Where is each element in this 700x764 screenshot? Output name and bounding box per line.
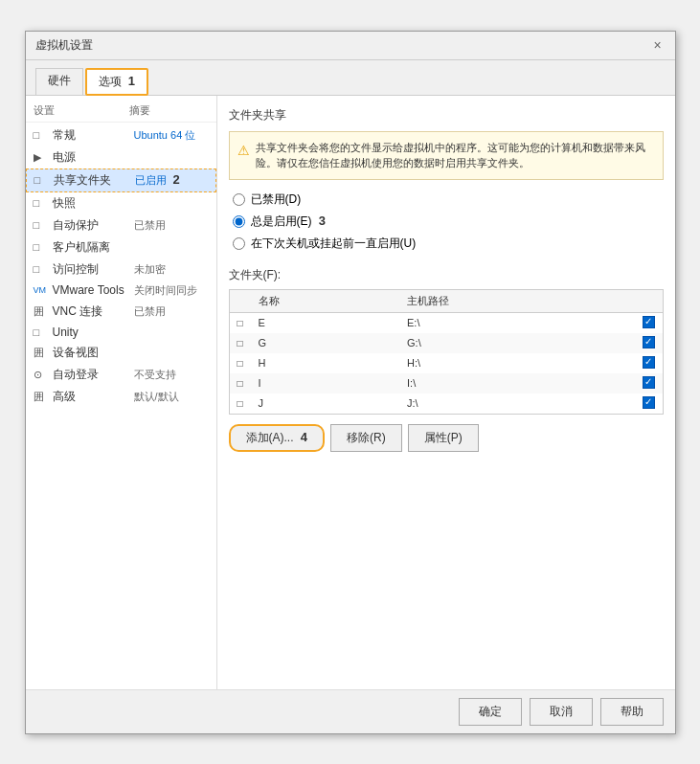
tab-badge-1: 1 bbox=[128, 74, 135, 88]
row-i-icon: □ bbox=[229, 373, 251, 393]
radio-until-poweroff-input[interactable] bbox=[233, 237, 245, 250]
unity-icon: □ bbox=[34, 326, 49, 338]
tab-options[interactable]: 选项 1 bbox=[85, 68, 149, 96]
access-control-summary: 未加密 bbox=[134, 262, 209, 277]
general-label: 常规 bbox=[53, 127, 134, 144]
row-j-check[interactable] bbox=[635, 393, 664, 415]
warning-text: 共享文件夹会将您的文件显示给虚拟机中的程序。这可能为您的计算机和数据带来风险。请… bbox=[256, 140, 655, 171]
table-row: □ I I:\ bbox=[229, 373, 663, 393]
title-bar: 虚拟机设置 × bbox=[26, 32, 675, 60]
sidebar-item-advanced[interactable]: 囲 高级 默认/默认 bbox=[26, 386, 216, 408]
unity-label: Unity bbox=[53, 326, 134, 339]
folders-table: 名称 主机路径 □ E E:\ □ G G:\ bbox=[229, 289, 664, 415]
remove-button[interactable]: 移除(R) bbox=[330, 424, 402, 452]
autologin-summary: 不受支持 bbox=[134, 368, 209, 382]
help-button[interactable]: 帮助 bbox=[600, 698, 664, 726]
close-button[interactable]: × bbox=[650, 37, 666, 53]
row-i-check[interactable] bbox=[635, 373, 664, 393]
vnc-icon: 囲 bbox=[34, 304, 49, 319]
device-view-icon: 囲 bbox=[34, 346, 49, 360]
snapshot-label: 快照 bbox=[53, 195, 134, 212]
autoprotect-icon: □ bbox=[34, 219, 49, 231]
row-g-icon: □ bbox=[229, 333, 251, 353]
snapshot-icon: □ bbox=[34, 197, 49, 209]
radio-disabled-input[interactable] bbox=[233, 193, 245, 206]
autologin-icon: ⊙ bbox=[34, 369, 49, 381]
row-j-icon: □ bbox=[229, 393, 251, 415]
sidebar-item-vnc[interactable]: 囲 VNC 连接 已禁用 bbox=[26, 301, 216, 323]
radio-disabled-label: 已禁用(D) bbox=[251, 191, 302, 208]
sidebar-item-autologin[interactable]: ⊙ 自动登录 不受支持 bbox=[26, 364, 216, 386]
properties-button[interactable]: 属性(P) bbox=[408, 424, 479, 452]
vnc-label: VNC 连接 bbox=[53, 303, 134, 320]
sidebar-item-access-control[interactable]: □ 访问控制 未加密 bbox=[26, 258, 216, 281]
radio-always-enabled[interactable]: 总是启用(E) 3 bbox=[233, 213, 664, 230]
advanced-summary: 默认/默认 bbox=[134, 390, 209, 404]
vmware-tools-icon: VM bbox=[34, 285, 49, 295]
access-control-icon: □ bbox=[34, 263, 49, 275]
table-row: □ E E:\ bbox=[229, 312, 663, 333]
row-g-path: G:\ bbox=[399, 333, 634, 353]
row-g-check[interactable] bbox=[635, 333, 664, 353]
row-h-path: H:\ bbox=[399, 353, 634, 373]
radio-always-enabled-input[interactable] bbox=[233, 215, 245, 228]
add-button[interactable]: 添加(A)... 4 bbox=[229, 424, 326, 452]
guest-isolation-icon: □ bbox=[34, 241, 49, 253]
col-checkbox bbox=[635, 289, 664, 312]
dialog-footer: 确定 取消 帮助 bbox=[26, 689, 675, 733]
radio-until-poweroff-label: 在下次关机或挂起前一直启用(U) bbox=[251, 236, 417, 252]
advanced-label: 高级 bbox=[53, 389, 134, 405]
vmware-tools-summary: 关闭时间同步 bbox=[134, 283, 209, 298]
power-icon: ▶ bbox=[34, 151, 49, 164]
row-h-name: H bbox=[251, 353, 399, 373]
row-e-path: E:\ bbox=[399, 312, 634, 333]
row-j-name: J bbox=[251, 393, 399, 415]
header-summary: 摘要 bbox=[129, 103, 209, 118]
row-e-icon: □ bbox=[229, 312, 251, 333]
warning-box: ⚠ 共享文件夹会将您的文件显示给虚拟机中的程序。这可能为您的计算机和数据带来风险… bbox=[229, 131, 664, 180]
shared-folders-summary: 已启用 2 bbox=[135, 172, 208, 188]
vnc-summary: 已禁用 bbox=[134, 304, 209, 319]
sidebar-item-snapshot[interactable]: □ 快照 bbox=[26, 192, 216, 214]
radio-disabled[interactable]: 已禁用(D) bbox=[233, 191, 664, 208]
guest-isolation-label: 客户机隔离 bbox=[53, 239, 134, 256]
table-row: □ J J:\ bbox=[229, 393, 663, 415]
autoprotect-label: 自动保护 bbox=[53, 217, 134, 234]
radio-always-enabled-label: 总是启用(E) 3 bbox=[251, 213, 327, 230]
badge-2: 2 bbox=[173, 172, 180, 187]
row-e-check[interactable] bbox=[635, 312, 664, 333]
sidebar-item-vmware-tools[interactable]: VM VMware Tools 关闭时间同步 bbox=[26, 281, 216, 301]
warning-icon: ⚠ bbox=[237, 141, 250, 161]
row-j-path: J:\ bbox=[399, 393, 634, 415]
folders-section-title: 文件夹(F): bbox=[229, 267, 664, 283]
general-icon: □ bbox=[34, 129, 49, 141]
advanced-icon: 囲 bbox=[34, 390, 49, 404]
dialog-window: 虚拟机设置 × 硬件 选项 1 设置 摘要 □ 常规 Ubuntu 64 位 bbox=[25, 31, 676, 734]
right-panel: 文件夹共享 ⚠ 共享文件夹会将您的文件显示给虚拟机中的程序。这可能为您的计算机和… bbox=[217, 96, 675, 689]
sidebar-item-shared-folders[interactable]: □ 共享文件夹 已启用 2 bbox=[26, 169, 216, 192]
ok-button[interactable]: 确定 bbox=[459, 698, 522, 726]
sidebar-item-autoprotect[interactable]: □ 自动保护 已禁用 bbox=[26, 214, 216, 236]
table-row: □ G G:\ bbox=[229, 333, 663, 353]
row-h-check[interactable] bbox=[635, 353, 664, 373]
table-row: □ H H:\ bbox=[229, 353, 663, 373]
sidebar-item-guest-isolation[interactable]: □ 客户机隔离 bbox=[26, 236, 216, 258]
autoprotect-summary: 已禁用 bbox=[134, 218, 209, 233]
sidebar-item-power[interactable]: ▶ 电源 bbox=[26, 146, 216, 169]
vmware-tools-label: VMware Tools bbox=[53, 283, 134, 297]
radio-until-poweroff[interactable]: 在下次关机或挂起前一直启用(U) bbox=[233, 236, 664, 252]
tab-hardware[interactable]: 硬件 bbox=[35, 68, 83, 95]
cancel-button[interactable]: 取消 bbox=[530, 698, 593, 726]
header-setting: 设置 bbox=[34, 103, 129, 118]
table-header-row: 名称 主机路径 bbox=[229, 289, 663, 312]
col-path: 主机路径 bbox=[399, 289, 634, 312]
radio-group-sharing: 已禁用(D) 总是启用(E) 3 在下次关机或挂起前一直启用(U) bbox=[229, 191, 664, 252]
shared-folders-label: 共享文件夹 bbox=[54, 172, 135, 189]
col-name: 名称 bbox=[251, 289, 399, 312]
main-content: 设置 摘要 □ 常规 Ubuntu 64 位 ▶ 电源 □ 共享文件夹 已启用 bbox=[26, 96, 675, 689]
sidebar-item-unity[interactable]: □ Unity bbox=[26, 323, 216, 342]
tab-bar: 硬件 选项 1 bbox=[26, 60, 675, 96]
sidebar-item-device-view[interactable]: 囲 设备视图 bbox=[26, 342, 216, 364]
col-check bbox=[229, 289, 251, 312]
sidebar-item-general[interactable]: □ 常规 Ubuntu 64 位 bbox=[26, 124, 216, 146]
